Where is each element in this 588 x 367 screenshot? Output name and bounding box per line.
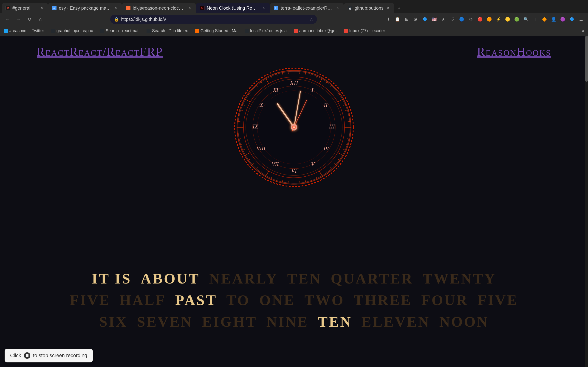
home-button[interactable]: ⌂	[36, 15, 45, 24]
tab-close-medium[interactable]: ×	[40, 6, 44, 10]
extension-5-icon[interactable]: 🟠	[485, 15, 493, 23]
extension-7-icon[interactable]: 🟡	[503, 15, 512, 23]
reading-list-icon[interactable]: 📋	[393, 15, 401, 23]
tab-close-leaflet[interactable]: ×	[335, 6, 340, 10]
word-past: PAST	[175, 292, 217, 309]
word-clock-row-3: SIX SEVEN EIGHT NINE TEN ELEVEN NOON	[18, 313, 570, 330]
extension-2-icon[interactable]: 🔵	[458, 15, 466, 23]
stop-recording-icon	[24, 352, 30, 359]
extension-8-icon[interactable]: 🟢	[513, 15, 521, 23]
bookmark-favicon-graphql	[51, 29, 55, 33]
svg-text:V: V	[311, 161, 315, 167]
security-icon: 🔒	[114, 17, 119, 22]
neon-clock: XII I II III IV V VI VII VIII IX X XI	[230, 63, 358, 192]
tab-close-neon[interactable]: ×	[261, 6, 266, 10]
extension-3-icon[interactable]: ⚙	[467, 15, 475, 23]
pocketcast-icon[interactable]: ◉	[412, 15, 420, 23]
profile-icon[interactable]: 👤	[549, 15, 558, 23]
forward-button[interactable]: →	[14, 15, 23, 24]
screen-recording-bar[interactable]: Click to stop screen recording	[5, 349, 93, 362]
bookmark-localpick[interactable]: localPick/routes.js a...	[245, 28, 290, 33]
left-header-link[interactable]: ReactReact/ReactFRP	[37, 45, 163, 58]
extension-4-icon[interactable]: 🔴	[476, 15, 484, 23]
vpn-icon[interactable]: 🛡	[448, 15, 457, 23]
word-nine: NINE	[267, 313, 309, 330]
word-seven: SEVEN	[137, 313, 193, 330]
bookmark-getting-started[interactable]: Getting Started · Ma...	[195, 28, 241, 33]
word-five-1: FIVE	[70, 292, 111, 309]
bookmark-label-react: Search · react-nati...	[106, 28, 143, 33]
bookmark-favicon-search	[147, 29, 151, 33]
scrollbar-thumb[interactable]	[585, 36, 588, 82]
extension-1-icon[interactable]: 🔷	[421, 15, 429, 23]
extension-9-icon[interactable]: 🔶	[540, 15, 548, 23]
bookmark-favicon-localpick	[245, 29, 249, 33]
click-label: Click	[10, 352, 21, 359]
word-one: ONE	[259, 292, 295, 309]
extension-6-icon[interactable]: ⚡	[494, 15, 502, 23]
reload-button[interactable]: ↻	[25, 15, 34, 24]
tab-favicon-esy: e	[52, 6, 57, 10]
bookmark-gmail-1[interactable]: aarmand.inbox@gm...	[294, 28, 340, 33]
word-eleven: ELEVEN	[361, 313, 430, 330]
word-three: THREE	[354, 292, 412, 309]
tab-close-idkjs[interactable]: ×	[187, 6, 192, 10]
word-half: HALF	[120, 292, 166, 309]
text-icon[interactable]: T	[531, 15, 539, 23]
page-content: ReactReact/ReactFRP ReasonHooks	[0, 36, 588, 367]
svg-point-85	[293, 126, 295, 128]
bookmark-star-icon[interactable]: ☆	[310, 17, 313, 22]
bookmark-reasonml[interactable]: #reasonml · Twitter...	[4, 28, 47, 33]
address-bar[interactable]: 🔒 https://idkjs.github.io/v ☆	[110, 15, 317, 24]
tab-medium[interactable]: M #general ×	[2, 3, 48, 13]
back-button[interactable]: ←	[3, 15, 12, 24]
tab-title-idkjs: idkjs/reason-neon-clock: R...	[133, 6, 185, 11]
svg-text:VI: VI	[291, 167, 297, 174]
svg-text:III: III	[329, 123, 335, 130]
tab-favicon-neon: N	[200, 6, 204, 10]
tab-favicon-medium: M	[6, 6, 10, 10]
bookmark-gmail-2[interactable]: Inbox (77) - lecoder...	[344, 28, 388, 33]
svg-text:VIII: VIII	[257, 145, 266, 151]
tab-esy[interactable]: e esy · Easy package manag... ×	[48, 3, 122, 13]
svg-text:II: II	[324, 102, 328, 108]
url-display: https://idkjs.github.io/v	[121, 17, 308, 22]
flag-icon[interactable]: 🇺🇸	[430, 15, 438, 23]
right-header-link[interactable]: ReasonHooks	[477, 45, 551, 58]
download-icon[interactable]: ⬇	[384, 15, 392, 23]
tab-close-esy[interactable]: ×	[113, 6, 118, 10]
new-tab-button[interactable]: +	[395, 4, 404, 13]
tab-title-esy: esy · Easy package manag...	[59, 6, 111, 11]
bookmark-react-native[interactable]: Search · react-nati...	[100, 28, 143, 33]
tab-bar: M #general × e esy · Easy package manag.…	[0, 0, 588, 13]
word-to: TO	[226, 292, 250, 309]
scrollbar[interactable]	[585, 36, 588, 367]
sidebar-icon[interactable]: ⊞	[402, 15, 411, 23]
svg-text:XII: XII	[290, 79, 298, 86]
bookmark-search[interactable]: Search · "" in:file ex...	[147, 28, 191, 33]
word-two: TWO	[304, 292, 344, 309]
extension-11-icon[interactable]: 🔷	[568, 15, 576, 23]
stop-square	[26, 354, 28, 357]
bookmark-label-gmail1: aarmand.inbox@gm...	[299, 28, 340, 33]
tab-buttons[interactable]: g github:buttons ×	[344, 3, 394, 13]
tab-idkjs[interactable]: i idkjs/reason-neon-clock: R... ×	[122, 3, 196, 13]
bookmark-icon[interactable]: ★	[439, 15, 447, 23]
tab-close-buttons[interactable]: ×	[386, 6, 390, 10]
tab-title-leaflet: terra-leaflet-example/REA...	[281, 6, 333, 11]
tab-leaflet[interactable]: L terra-leaflet-example/REA... ×	[270, 3, 344, 13]
bookmark-label-localpick: localPick/routes.js a...	[250, 28, 290, 33]
bookmarks-bar: #reasonml · Twitter... graphql_ppx_re/pa…	[0, 26, 588, 36]
tab-favicon-idkjs: i	[126, 6, 130, 10]
menu-icon[interactable]: ☰	[577, 15, 585, 23]
search-icon[interactable]: 🔍	[522, 15, 530, 23]
tab-neon[interactable]: N Neon Clock (Using Reason/OC... ×	[196, 3, 270, 13]
bookmark-favicon-react	[100, 29, 104, 33]
bookmark-favicon-twitter	[4, 29, 8, 33]
bookmark-label-getting-started: Getting Started · Ma...	[200, 28, 241, 33]
bookmark-favicon-getting-started	[195, 29, 199, 33]
extension-10-icon[interactable]: 🟣	[559, 15, 567, 23]
tab-favicon-leaflet: L	[274, 6, 278, 10]
bookmarks-more-icon[interactable]: »	[582, 28, 584, 34]
bookmark-graphql[interactable]: graphql_ppx_re/pac...	[51, 28, 96, 33]
